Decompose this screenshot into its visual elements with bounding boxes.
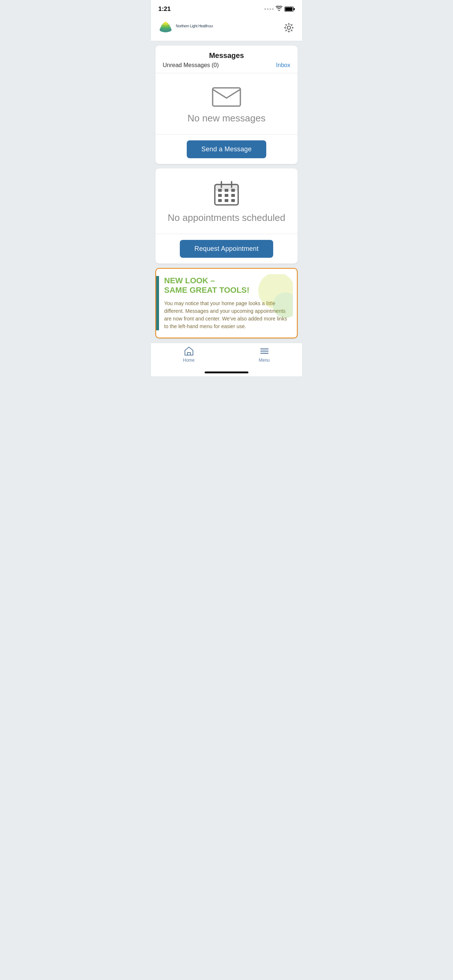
request-appointment-button[interactable]: Request Appointment — [180, 240, 273, 258]
menu-label: Menu — [258, 358, 270, 363]
svg-rect-18 — [218, 199, 222, 202]
unread-label: Unread Messages (0) — [163, 62, 219, 68]
appointments-empty-state: No appointments scheduled — [155, 169, 298, 234]
main-content: Messages Unread Messages (0) Inbox No ne… — [151, 41, 302, 343]
svg-point-8 — [287, 26, 291, 30]
settings-button[interactable] — [283, 22, 295, 33]
messages-empty-state: No new messages — [155, 73, 298, 135]
logo-text: Northern Light HealthSM — [176, 23, 213, 32]
envelope-icon — [212, 85, 241, 107]
header: Northern Light HealthSM — [151, 16, 302, 41]
svg-rect-20 — [231, 199, 235, 202]
status-icons — [265, 6, 295, 13]
promo-decoration — [246, 274, 293, 321]
messages-title: Messages — [163, 51, 290, 60]
status-bar: 1:21 — [151, 0, 302, 16]
messages-subtitle-row: Unread Messages (0) Inbox — [163, 62, 290, 68]
svg-rect-21 — [218, 189, 222, 192]
bottom-nav: Home Menu — [151, 343, 302, 370]
nav-menu[interactable]: Menu — [226, 346, 302, 363]
request-appointment-action: Request Appointment — [155, 234, 298, 264]
appointments-card: No appointments scheduled Request Appoin… — [155, 169, 298, 264]
send-message-action: Send a Message — [155, 135, 298, 164]
messages-card: Messages Unread Messages (0) Inbox No ne… — [155, 46, 298, 164]
inbox-link[interactable]: Inbox — [276, 62, 290, 68]
svg-rect-23 — [231, 189, 235, 192]
svg-rect-22 — [225, 189, 228, 192]
no-appointments-text: No appointments scheduled — [168, 212, 285, 223]
menu-icon — [259, 346, 270, 356]
home-label: Home — [183, 358, 195, 363]
home-bar — [205, 372, 248, 373]
send-message-button[interactable]: Send a Message — [187, 140, 266, 158]
messages-header: Messages Unread Messages (0) Inbox — [155, 46, 298, 73]
nav-home[interactable]: Home — [151, 346, 226, 363]
home-bar-container — [151, 370, 302, 376]
battery-icon — [284, 6, 295, 12]
svg-rect-19 — [225, 199, 228, 202]
svg-rect-2 — [293, 8, 295, 10]
svg-rect-16 — [225, 194, 228, 197]
svg-rect-17 — [231, 194, 235, 197]
svg-rect-10 — [213, 88, 240, 106]
home-icon — [184, 346, 194, 356]
status-time: 1:21 — [158, 5, 171, 13]
no-messages-text: No new messages — [187, 113, 266, 124]
signal-dots-icon — [265, 8, 274, 10]
logo-icon — [158, 21, 173, 35]
promo-inner: NEW LOOK – SAME GREAT TOOLS! You may not… — [156, 269, 297, 337]
calendar-icon — [214, 180, 239, 206]
svg-point-7 — [164, 22, 167, 24]
svg-rect-1 — [285, 7, 292, 11]
promo-accent-bar — [156, 276, 159, 330]
promo-card: NEW LOOK – SAME GREAT TOOLS! You may not… — [155, 268, 298, 338]
logo-container: Northern Light HealthSM — [158, 21, 213, 35]
wifi-icon — [276, 6, 282, 13]
svg-rect-15 — [218, 194, 222, 197]
promo-content: NEW LOOK – SAME GREAT TOOLS! You may not… — [164, 276, 291, 330]
